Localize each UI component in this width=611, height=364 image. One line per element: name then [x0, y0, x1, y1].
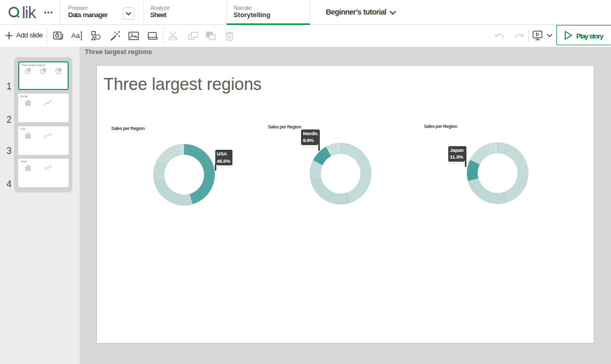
- svg-text:lik: lik: [22, 5, 36, 22]
- svg-text:Aa: Aa: [71, 32, 80, 40]
